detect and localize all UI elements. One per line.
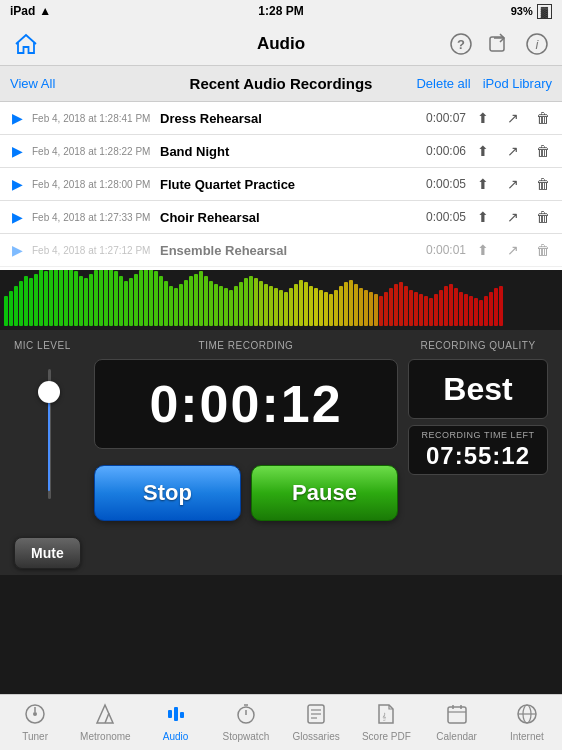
vu-bar <box>179 284 183 326</box>
delete-all-button[interactable]: Delete all <box>416 76 470 91</box>
vu-bar <box>409 290 413 326</box>
delete-recording-button[interactable]: 🗑 <box>532 140 554 162</box>
delete-recording-button[interactable]: 🗑 <box>532 206 554 228</box>
vu-bar <box>209 281 213 326</box>
svg-point-8 <box>33 712 37 716</box>
bottom-buttons: Stop Pause <box>94 465 398 521</box>
vu-bar <box>434 294 438 326</box>
time-recording-label: TIME RECORDING <box>84 340 408 351</box>
vu-bar <box>329 294 333 326</box>
tab-internet[interactable]: Internet <box>492 695 562 750</box>
recording-date: Feb 4, 2018 at 1:28:00 PM <box>32 179 154 190</box>
vu-bar <box>129 278 133 326</box>
vu-bar <box>309 286 313 326</box>
top-nav: Audio ? i <box>0 22 562 66</box>
vu-bar <box>9 291 13 326</box>
vu-bar <box>134 274 138 326</box>
view-all-button[interactable]: View All <box>10 76 55 91</box>
recording-date: Feb 4, 2018 at 1:27:33 PM <box>32 212 154 223</box>
vu-bar <box>274 288 278 326</box>
carrier-label: iPad <box>10 4 35 18</box>
vu-bar <box>389 288 393 326</box>
vu-bar <box>174 288 178 326</box>
tab-metronome-label: Metronome <box>80 731 131 742</box>
vu-bar <box>459 292 463 326</box>
vu-bar <box>404 286 408 326</box>
stopwatch-icon <box>235 703 257 729</box>
play-button[interactable]: ▶ <box>8 142 26 160</box>
table-row: ▶ Feb 4, 2018 at 1:28:22 PM Band Night 0… <box>0 135 562 168</box>
delete-recording-button[interactable]: 🗑 <box>532 107 554 129</box>
recording-duration: 0:00:05 <box>420 210 466 224</box>
share-button[interactable] <box>484 29 514 59</box>
vu-bar <box>49 270 53 326</box>
stop-button[interactable]: Stop <box>94 465 241 521</box>
delete-recording-button[interactable]: 🗑 <box>532 239 554 261</box>
svg-rect-13 <box>180 712 184 718</box>
tab-calendar[interactable]: Calendar <box>422 695 492 750</box>
vu-bar <box>204 276 208 326</box>
glossaries-icon <box>305 703 327 729</box>
pause-button[interactable]: Pause <box>251 465 398 521</box>
help-button[interactable]: ? <box>446 29 476 59</box>
vu-bar <box>234 286 238 326</box>
export-recording-button[interactable]: ↗ <box>502 107 524 129</box>
export-recording-button[interactable]: ↗ <box>502 173 524 195</box>
share-recording-button[interactable]: ⬆ <box>472 140 494 162</box>
vu-bar <box>364 290 368 326</box>
pause-label: Pause <box>292 480 357 506</box>
metronome-icon <box>94 703 116 729</box>
ipod-library-button[interactable]: iPod Library <box>483 76 552 91</box>
info-button[interactable]: i <box>522 29 552 59</box>
tab-audio[interactable]: Audio <box>141 695 211 750</box>
export-recording-button[interactable]: ↗ <box>502 140 524 162</box>
vu-bar <box>254 278 258 326</box>
svg-line-10 <box>105 713 109 723</box>
vu-bar <box>349 280 353 326</box>
tab-score-pdf[interactable]: 𝄞 Score PDF <box>351 695 421 750</box>
vu-bar <box>324 292 328 326</box>
vu-bar <box>64 270 68 326</box>
time-display-container: 0:00:12 Stop Pause <box>94 359 398 521</box>
recording-duration: 0:00:05 <box>420 177 466 191</box>
vu-bar <box>154 271 158 326</box>
mute-button[interactable]: Mute <box>14 537 81 569</box>
play-button[interactable]: ▶ <box>8 175 26 193</box>
recording-date: Feb 4, 2018 at 1:28:41 PM <box>32 113 154 124</box>
recording-name: Dress Rehearsal <box>160 111 414 126</box>
vu-bar <box>284 292 288 326</box>
vu-bar <box>449 284 453 326</box>
vu-bar <box>339 286 343 326</box>
vu-bar <box>29 278 33 326</box>
recordings-list: ▶ Feb 4, 2018 at 1:28:41 PM Dress Rehear… <box>0 102 562 270</box>
vu-bar <box>69 270 73 326</box>
share-recording-button[interactable]: ⬆ <box>472 173 494 195</box>
vu-bar <box>169 286 173 326</box>
play-button[interactable]: ▶ <box>8 241 26 259</box>
share-recording-button[interactable]: ⬆ <box>472 107 494 129</box>
vu-bar <box>494 288 498 326</box>
vu-bar <box>334 290 338 326</box>
slider-thumb[interactable] <box>38 381 60 403</box>
vu-bar <box>214 284 218 326</box>
tab-stopwatch[interactable]: Stopwatch <box>211 695 281 750</box>
mic-level-slider[interactable] <box>14 359 84 499</box>
delete-recording-button[interactable]: 🗑 <box>532 173 554 195</box>
export-recording-button[interactable]: ↗ <box>502 239 524 261</box>
status-bar: iPad ▲ 1:28 PM 93% ▓ <box>0 0 562 22</box>
vu-bar <box>384 292 388 326</box>
export-recording-button[interactable]: ↗ <box>502 206 524 228</box>
vu-bar <box>399 282 403 326</box>
play-button[interactable]: ▶ <box>8 208 26 226</box>
vu-bar <box>439 290 443 326</box>
home-button[interactable] <box>10 28 42 60</box>
tab-tuner[interactable]: Tuner <box>0 695 70 750</box>
tab-metronome[interactable]: Metronome <box>70 695 140 750</box>
tab-glossaries[interactable]: Glossaries <box>281 695 351 750</box>
recording-name: Flute Quartet Practice <box>160 177 414 192</box>
vu-bar <box>244 278 248 326</box>
vu-bar <box>99 270 103 326</box>
share-recording-button[interactable]: ⬆ <box>472 206 494 228</box>
play-button[interactable]: ▶ <box>8 109 26 127</box>
share-recording-button[interactable]: ⬆ <box>472 239 494 261</box>
